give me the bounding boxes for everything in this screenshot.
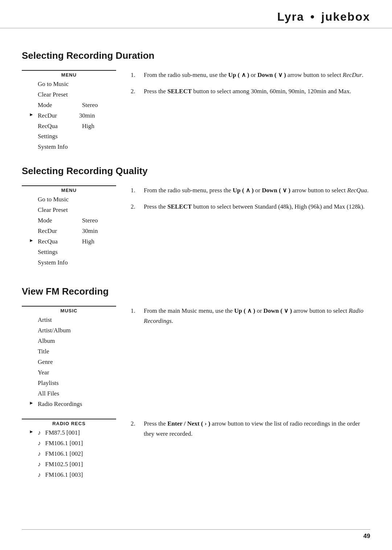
- list-item: ♪FM106.1 [003]: [29, 470, 116, 480]
- section1-instructions: 1. From the radio sub-menu, use the Up (…: [131, 70, 370, 152]
- section3-radio-menu-title: RADIO RECS: [22, 419, 116, 428]
- section2-menu: MENU Go to Music Clear Preset ModeStereo…: [22, 185, 116, 268]
- section1-menu-items: Go to Music Clear Preset ModeStereo ►Rec…: [22, 79, 116, 152]
- selected-arrow-icon: ►: [29, 428, 35, 438]
- arrow-icon: [29, 205, 35, 216]
- page-header: Lyra • jukebox: [0, 0, 392, 28]
- list-item: ►♪FM87.5 [001]: [29, 428, 116, 438]
- section3-heading: View FM Recording: [22, 286, 370, 297]
- instruction-item: 2. Press the Enter / Next ( › ) arrow bu…: [131, 419, 370, 438]
- arrow-icon: [29, 470, 35, 480]
- list-item: System Info: [29, 258, 116, 268]
- arrow-icon: [29, 459, 35, 470]
- selected-arrow-icon: ►: [29, 237, 35, 247]
- arrow-icon: [29, 258, 35, 268]
- arrow-icon: [29, 438, 35, 449]
- section1-body: MENU Go to Music Clear Preset ModeStereo…: [22, 70, 370, 152]
- list-item: ♪FM106.1 [001]: [29, 438, 116, 449]
- section3-radio-body: RADIO RECS ►♪FM87.5 [001] ♪FM106.1 [001]…: [22, 419, 370, 480]
- section1-left: MENU Go to Music Clear Preset ModeStereo…: [22, 70, 116, 152]
- list-item: RecDur30min: [29, 226, 116, 237]
- list-item: Clear Preset: [29, 205, 116, 216]
- list-item: Album: [29, 336, 116, 346]
- main-content: Selecting Recording Duration MENU Go to …: [0, 28, 392, 515]
- section2-left: MENU Go to Music Clear Preset ModeStereo…: [22, 185, 116, 268]
- list-item: ♪FM102.5 [001]: [29, 459, 116, 470]
- section3-instructions-2: 2. Press the Enter / Next ( › ) arrow bu…: [131, 419, 370, 480]
- list-item: Artist: [29, 315, 116, 325]
- list-item: Title: [29, 346, 116, 357]
- arrow-icon: [29, 389, 35, 399]
- product-name: jukebox: [321, 10, 370, 23]
- section3-radio-menu: RADIO RECS ►♪FM87.5 [001] ♪FM106.1 [001]…: [22, 419, 116, 480]
- page-footer: 49: [22, 529, 370, 540]
- list-item: ►Radio Recordings: [29, 399, 116, 410]
- list-item: Go to Music: [29, 194, 116, 205]
- arrow-icon: [29, 378, 35, 389]
- list-item: ♪FM106.1 [002]: [29, 449, 116, 459]
- section3-radio-left: RADIO RECS ►♪FM87.5 [001] ♪FM106.1 [001]…: [22, 419, 116, 480]
- instruction-item: 2. Press the SELECT button to select bet…: [131, 202, 370, 212]
- brand-title: Lyra • jukebox: [277, 10, 370, 23]
- list-item: Genre: [29, 357, 116, 368]
- list-item: RecQuaHigh: [29, 121, 116, 132]
- selected-arrow-icon: ►: [29, 111, 35, 121]
- instruction-list: 1. From the main Music menu, use the Up …: [131, 306, 370, 325]
- list-item: Year: [29, 368, 116, 378]
- section2-menu-title: MENU: [22, 186, 116, 194]
- instruction-list: 1. From the radio sub-menu, press the Up…: [131, 185, 370, 212]
- arrow-icon: [29, 90, 35, 100]
- arrow-icon: [29, 368, 35, 378]
- arrow-icon: [29, 449, 35, 459]
- list-item: System Info: [29, 142, 116, 152]
- section2-instructions: 1. From the radio sub-menu, press the Up…: [131, 185, 370, 268]
- arrow-icon: [29, 100, 35, 111]
- list-item: Artist/Album: [29, 325, 116, 336]
- section2-body: MENU Go to Music Clear Preset ModeStereo…: [22, 185, 370, 268]
- section2-heading: Selecting Recording Quality: [22, 165, 370, 177]
- list-item: ►RecQuaHigh: [29, 237, 116, 247]
- section1-heading: Selecting Recording Duration: [22, 50, 370, 61]
- arrow-icon: [29, 142, 35, 152]
- section3-left: MUSIC Artist Artist/Album Album Title Ge…: [22, 306, 116, 409]
- list-item: Clear Preset: [29, 90, 116, 100]
- brand-name: Lyra: [277, 10, 304, 23]
- section3-music-menu-items: Artist Artist/Album Album Title Genre Ye…: [22, 315, 116, 409]
- section3-instructions-1: 1. From the main Music menu, use the Up …: [131, 306, 370, 409]
- arrow-icon: [29, 325, 35, 336]
- arrow-icon: [29, 336, 35, 346]
- instruction-item: 2. Press the SELECT button to select amo…: [131, 86, 370, 96]
- page-number: 49: [363, 533, 370, 540]
- list-item: ModeStereo: [29, 100, 116, 111]
- list-item: All Files: [29, 389, 116, 399]
- section3-music-menu: MUSIC Artist Artist/Album Album Title Ge…: [22, 306, 116, 409]
- section3-body: MUSIC Artist Artist/Album Album Title Ge…: [22, 306, 370, 409]
- section2-menu-items: Go to Music Clear Preset ModeStereo RecD…: [22, 194, 116, 268]
- list-item: ModeStereo: [29, 216, 116, 226]
- section3-music-menu-title: MUSIC: [22, 307, 116, 315]
- arrow-icon: [29, 131, 35, 142]
- list-item: Settings: [29, 131, 116, 142]
- list-item: Go to Music: [29, 79, 116, 90]
- section1-menu-title: MENU: [22, 71, 116, 79]
- arrow-icon: [29, 194, 35, 205]
- arrow-icon: [29, 79, 35, 90]
- instruction-list: 1. From the radio sub-menu, use the Up (…: [131, 70, 370, 96]
- arrow-icon: [29, 247, 35, 258]
- list-item: ►RecDur30min: [29, 111, 116, 121]
- arrow-icon: [29, 357, 35, 368]
- instruction-item: 1. From the radio sub-menu, use the Up (…: [131, 70, 370, 80]
- list-item: Settings: [29, 247, 116, 258]
- arrow-icon: [29, 121, 35, 132]
- instruction-item: 1. From the main Music menu, use the Up …: [131, 306, 370, 325]
- section1-menu: MENU Go to Music Clear Preset ModeStereo…: [22, 70, 116, 152]
- list-item: Playlists: [29, 378, 116, 389]
- section3-radio-menu-items: ►♪FM87.5 [001] ♪FM106.1 [001] ♪FM106.1 […: [22, 428, 116, 480]
- arrow-icon: [29, 346, 35, 357]
- arrow-icon: [29, 216, 35, 226]
- arrow-icon: [29, 315, 35, 325]
- arrow-icon: [29, 226, 35, 237]
- selected-arrow-icon: ►: [29, 399, 35, 410]
- instruction-list: 2. Press the Enter / Next ( › ) arrow bu…: [131, 419, 370, 438]
- instruction-item: 1. From the radio sub-menu, press the Up…: [131, 185, 370, 195]
